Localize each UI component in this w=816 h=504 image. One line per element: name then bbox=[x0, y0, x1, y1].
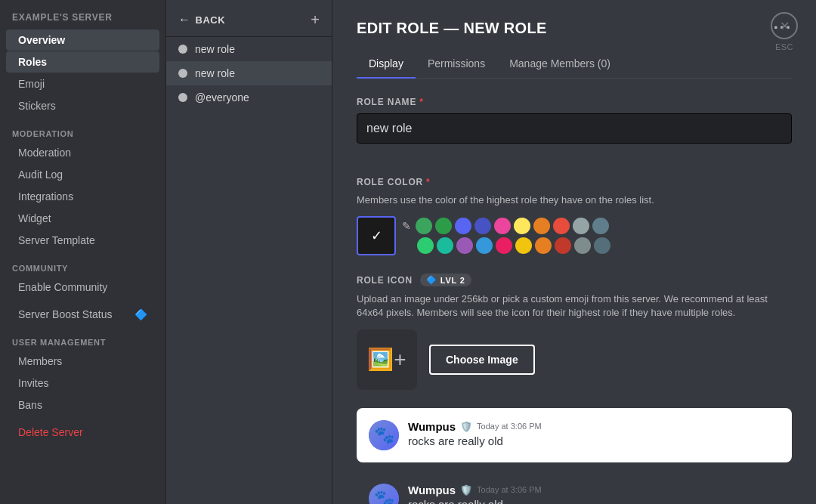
role-icon-badge: 🛡️ bbox=[460, 484, 472, 496]
sidebar-item-bans[interactable]: Bans bbox=[6, 394, 159, 416]
sidebar-item-overview[interactable]: Overview bbox=[6, 29, 159, 51]
message-username: Wumpus bbox=[408, 484, 456, 496]
check-icon: ✓ bbox=[371, 227, 382, 244]
message-content: Wumpus 🛡️ Today at 3:06 PM rocks are rea… bbox=[408, 420, 780, 447]
color-swatches: ✎ bbox=[402, 218, 610, 254]
tab-bar: Display Permissions Manage Members (0) bbox=[357, 50, 792, 79]
sidebar-item-stickers[interactable]: Stickers bbox=[6, 95, 159, 116]
color-swatch-row-1: ✎ bbox=[402, 218, 610, 234]
esc-button[interactable]: ✕ ESC bbox=[771, 12, 798, 51]
server-name: EXAMPLE'S SERVER bbox=[0, 12, 165, 29]
esc-icon: ✕ bbox=[771, 12, 798, 39]
color-swatch[interactable] bbox=[573, 218, 589, 234]
role-name-label: ROLE NAME * bbox=[357, 97, 792, 107]
user-management-section-label: USER MANAGEMENT bbox=[0, 326, 165, 350]
sidebar-item-integrations[interactable]: Integrations bbox=[6, 186, 159, 207]
boost-icon: 🔷 bbox=[134, 308, 147, 320]
tab-permissions[interactable]: Permissions bbox=[416, 50, 497, 79]
color-swatch[interactable] bbox=[555, 237, 571, 254]
message-text: rocks are really old bbox=[408, 434, 780, 447]
sidebar-item-roles[interactable]: Roles bbox=[6, 51, 159, 73]
color-swatch[interactable] bbox=[417, 237, 434, 254]
icon-upload-area[interactable]: 🖼️+ bbox=[357, 329, 417, 390]
sidebar-item-delete-server[interactable]: Delete Server bbox=[6, 422, 159, 443]
role-color-dot bbox=[178, 93, 187, 102]
sidebar-item-invites[interactable]: Invites bbox=[6, 373, 159, 394]
role-color-dot bbox=[178, 45, 187, 54]
color-swatch[interactable] bbox=[514, 218, 530, 234]
back-button[interactable]: ← BACK bbox=[178, 13, 225, 26]
role-icon-label: ROLE ICON 🔷 LVL 2 bbox=[357, 274, 792, 286]
message-preview-light: 🐾 Wumpus 🛡️ Today at 3:06 PM rocks are r… bbox=[357, 408, 792, 462]
image-add-icon: 🖼️+ bbox=[367, 347, 406, 372]
sidebar-item-audit-log[interactable]: Audit Log bbox=[6, 164, 159, 185]
main-content: EDIT ROLE — NEW ROLE ··· Display Permiss… bbox=[332, 0, 816, 504]
add-role-button[interactable]: + bbox=[311, 12, 320, 27]
lvl-badge: 🔷 LVL 2 bbox=[420, 274, 471, 286]
message-preview-dark: 🐾 Wumpus 🛡️ Today at 3:06 PM rocks are r… bbox=[357, 472, 792, 504]
color-swatch[interactable] bbox=[594, 237, 610, 254]
selected-color-swatch[interactable]: ✓ bbox=[357, 216, 396, 255]
color-swatch[interactable] bbox=[533, 218, 550, 234]
color-swatch[interactable] bbox=[496, 237, 512, 254]
message-header: Wumpus 🛡️ Today at 3:06 PM bbox=[408, 484, 780, 496]
sidebar-item-emoji[interactable]: Emoji bbox=[6, 73, 159, 94]
avatar-image: 🐾 bbox=[369, 484, 399, 504]
message-content: Wumpus 🛡️ Today at 3:06 PM rocks are rea… bbox=[408, 484, 780, 504]
message-username: Wumpus bbox=[408, 420, 456, 433]
main-header: EDIT ROLE — NEW ROLE ··· bbox=[357, 18, 792, 38]
esc-label: ESC bbox=[775, 42, 793, 51]
role-color-label: ROLE COLOR * bbox=[357, 177, 792, 187]
community-section-label: COMMUNITY bbox=[0, 252, 165, 276]
icon-upload-row: 🖼️+ Choose Image bbox=[357, 329, 792, 390]
role-list-item[interactable]: new role bbox=[166, 61, 332, 85]
color-swatch-row-2 bbox=[402, 237, 610, 254]
role-color-dot bbox=[178, 69, 187, 78]
message-timestamp: Today at 3:06 PM bbox=[477, 422, 542, 431]
color-swatch[interactable] bbox=[574, 237, 591, 254]
sidebar-item-widget[interactable]: Widget bbox=[6, 208, 159, 229]
color-swatch[interactable] bbox=[592, 218, 609, 234]
color-picker: ✓ ✎ bbox=[357, 216, 792, 255]
role-icon-desc: Upload an image under 256kb or pick a cu… bbox=[357, 292, 792, 320]
sidebar-item-moderation[interactable]: Moderation bbox=[6, 142, 159, 163]
sidebar: EXAMPLE'S SERVER Overview Roles Emoji St… bbox=[0, 0, 166, 504]
color-swatch[interactable] bbox=[435, 218, 452, 234]
avatar: 🐾 bbox=[369, 420, 399, 450]
sidebar-item-enable-community[interactable]: Enable Community bbox=[6, 277, 159, 298]
tab-display[interactable]: Display bbox=[357, 50, 416, 79]
message-text: rocks are really old bbox=[408, 498, 780, 504]
avatar: 🐾 bbox=[369, 484, 399, 504]
role-name-section: ROLE NAME * bbox=[357, 97, 792, 159]
choose-image-button[interactable]: Choose Image bbox=[429, 345, 535, 375]
color-swatch[interactable] bbox=[535, 237, 552, 254]
boost-icon-small: 🔷 bbox=[426, 275, 437, 285]
role-name-input[interactable] bbox=[357, 113, 792, 144]
page-title: EDIT ROLE — NEW ROLE bbox=[357, 20, 547, 37]
avatar-image: 🐾 bbox=[369, 420, 399, 450]
sidebar-item-members[interactable]: Members bbox=[6, 351, 159, 372]
middle-header: ← BACK + bbox=[166, 0, 332, 37]
message-header: Wumpus 🛡️ Today at 3:06 PM bbox=[408, 420, 780, 433]
role-color-section: ROLE COLOR * Members use the color of th… bbox=[357, 177, 792, 255]
message-timestamp: Today at 3:06 PM bbox=[477, 485, 542, 494]
color-swatch[interactable] bbox=[553, 218, 570, 234]
middle-panel: ← BACK + new role new role @everyone bbox=[166, 0, 332, 504]
color-swatch[interactable] bbox=[494, 218, 511, 234]
color-swatch[interactable] bbox=[437, 237, 453, 254]
color-swatch[interactable] bbox=[455, 218, 471, 234]
sidebar-item-server-template[interactable]: Server Template bbox=[6, 230, 159, 251]
back-arrow-icon: ← bbox=[178, 13, 191, 26]
color-swatch[interactable] bbox=[416, 218, 432, 234]
role-list-item[interactable]: new role bbox=[166, 37, 332, 61]
role-color-desc: Members use the color of the highest rol… bbox=[357, 193, 792, 207]
color-swatch[interactable] bbox=[456, 237, 473, 254]
sidebar-item-server-boost[interactable]: Server Boost Status 🔷 bbox=[6, 304, 159, 325]
role-everyone-item[interactable]: @everyone bbox=[166, 85, 332, 110]
color-swatch[interactable] bbox=[474, 218, 491, 234]
pencil-icon[interactable]: ✎ bbox=[402, 220, 411, 232]
color-swatch[interactable] bbox=[515, 237, 532, 254]
tab-manage-members[interactable]: Manage Members (0) bbox=[497, 50, 623, 79]
required-indicator: * bbox=[419, 97, 423, 107]
color-swatch[interactable] bbox=[476, 237, 493, 254]
